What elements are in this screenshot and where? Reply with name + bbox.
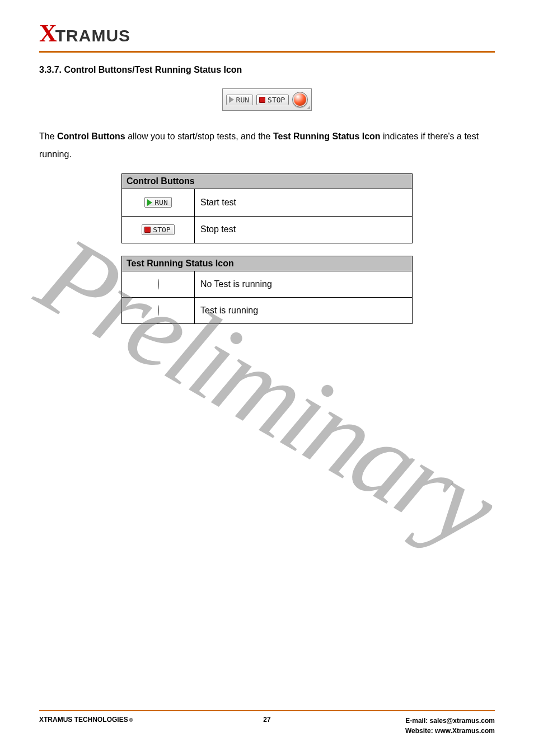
control-buttons-table: Control Buttons RUN Start test STOP [121,173,413,243]
table-row: Test is running [122,297,413,323]
table-header: Test Running Status Icon [122,256,413,271]
table-row: No Test is running [122,271,413,297]
status-orb-red-icon [158,279,159,289]
footer-contact: E-mail: sales@xtramus.com Website: www.X… [405,716,495,736]
stop-button[interactable]: STOP [256,95,289,105]
stop-icon [144,227,151,233]
header-rule [39,51,495,53]
intro-paragraph: The Control Buttons allow you to start/s… [39,128,495,163]
brand-logo-x: X [39,19,57,48]
run-button[interactable]: RUN [226,95,253,105]
cell-desc: Test is running [195,297,413,323]
stop-icon [259,97,265,103]
table-row: RUN Start test [122,189,413,217]
play-icon [229,96,234,103]
control-toolbar-figure: RUN STOP [39,88,495,111]
stop-button-label: STOP [153,226,170,233]
brand-logo-rest: TRAMUS [55,26,130,45]
stop-button[interactable]: STOP [142,224,174,235]
cell-desc: No Test is running [195,271,413,297]
status-orb-green-icon [158,305,159,316]
stop-button-label: STOP [268,96,285,104]
status-orb-icon [292,92,308,107]
cell-desc: Stop test [195,216,413,243]
run-button-label: RUN [236,96,249,104]
brand-logo: X TRAMUS [39,19,495,48]
cell-desc: Start test [195,189,413,217]
run-button[interactable]: RUN [144,197,171,208]
footer-page-number: 27 [263,716,270,724]
run-button-label: RUN [154,199,167,206]
footer-rule [39,710,495,711]
section-title: 3.3.7. Control Buttons/Test Running Stat… [39,65,495,75]
table-header: Control Buttons [122,174,413,189]
status-icon-table: Test Running Status Icon No Test is runn… [121,256,413,324]
control-toolbar: RUN STOP [222,88,312,111]
table-row: STOP Stop test [122,216,413,243]
footer-company: XTRAMUS TECHNOLOGIES® [39,716,133,724]
play-icon [147,199,152,206]
page-footer: XTRAMUS TECHNOLOGIES® 27 E-mail: sales@x… [39,710,495,736]
